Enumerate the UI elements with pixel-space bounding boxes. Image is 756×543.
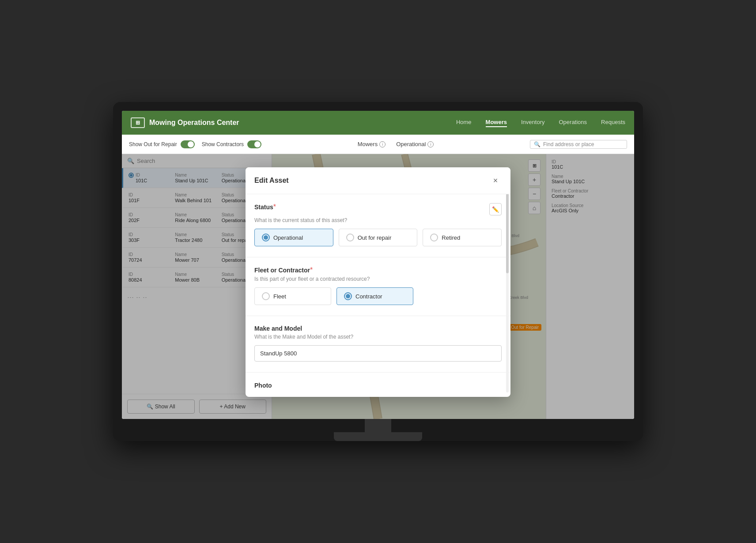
- modal-overlay[interactable]: Edit Asset × Status*: [122, 154, 634, 419]
- fleet-radio-fleet: [262, 292, 270, 300]
- toggle-contractors-group: Show Contractors: [202, 140, 261, 148]
- status-subtitle: What is the current status of this asset…: [254, 217, 502, 223]
- toggle-repair-label: Show Out for Repair: [129, 141, 177, 147]
- status-retired-label: Retired: [442, 234, 460, 241]
- photo-section: Photo: [254, 381, 502, 389]
- fleet-section: Fleet or Contractor* Is this part of you…: [254, 266, 502, 305]
- toggle-contractors[interactable]: [247, 140, 261, 148]
- nav-inventory[interactable]: Inventory: [521, 119, 544, 127]
- fleet-option-fleet[interactable]: Fleet: [254, 287, 331, 305]
- section-divider-1: [246, 257, 510, 257]
- section-divider-3: [246, 372, 510, 373]
- monitor-stand: [122, 419, 634, 441]
- status-operational-label: Operational: [273, 234, 303, 241]
- toggle-repair-group: Show Out for Repair: [129, 140, 195, 148]
- modal-scrollbar: [506, 194, 509, 392]
- fleet-fleet-label: Fleet: [273, 293, 286, 300]
- status-option-out-for-repair[interactable]: Out for repair: [339, 229, 418, 246]
- top-nav: ⊞ Mowing Operations Center Home Mowers I…: [122, 111, 634, 135]
- app-title: Mowing Operations Center: [149, 119, 239, 127]
- modal-scrollbar-thumb: [506, 194, 509, 273]
- status-section: Status* ✏️ What is the current status of…: [254, 203, 502, 246]
- modal-title: Edit Asset: [254, 177, 289, 185]
- nav-operations[interactable]: Operations: [559, 119, 587, 127]
- make-model-header: Make and Model: [254, 325, 502, 332]
- toggle-contractors-label: Show Contractors: [202, 141, 244, 147]
- make-model-title: Make and Model: [254, 325, 302, 332]
- section-divider-2: [246, 316, 510, 316]
- modal-body: Status* ✏️ What is the current status of…: [246, 194, 510, 397]
- make-model-subtitle: What is the Make and Model of the asset?: [254, 334, 502, 340]
- operational-info-icon[interactable]: i: [427, 141, 434, 147]
- status-out-for-repair-label: Out for repair: [358, 234, 392, 241]
- main-area: 🔍 Search ID 101C: [122, 154, 634, 419]
- nav-mowers[interactable]: Mowers: [486, 119, 507, 127]
- address-search-placeholder: Find address or place: [543, 141, 594, 147]
- fleet-radio-group: Fleet Contractor: [254, 287, 413, 305]
- fleet-subtitle: Is this part of your fleet or a contract…: [254, 276, 502, 282]
- make-model-section: Make and Model What is the Make and Mode…: [254, 325, 502, 362]
- modal-header: Edit Asset ×: [246, 167, 510, 194]
- status-radio-group: Operational Out for repair Retired: [254, 229, 502, 246]
- mowers-info-icon[interactable]: i: [379, 141, 386, 147]
- status-radio-operational: [262, 234, 270, 241]
- fleet-section-header: Fleet or Contractor*: [254, 266, 502, 274]
- status-option-retired[interactable]: Retired: [423, 229, 502, 246]
- status-required-star: *: [273, 203, 276, 211]
- logo-icon: ⊞: [131, 117, 145, 128]
- address-search-icon: 🔍: [534, 141, 541, 147]
- photo-title: Photo: [254, 382, 272, 389]
- sub-bar-center: Mowers i Operational i: [268, 141, 523, 147]
- fleet-radio-contractor: [344, 292, 352, 300]
- toggle-repair[interactable]: [181, 140, 195, 148]
- fleet-required-star: *: [310, 266, 313, 274]
- fleet-option-contractor[interactable]: Contractor: [336, 287, 413, 305]
- tab-mowers[interactable]: Mowers i: [358, 141, 386, 147]
- screen: ⊞ Mowing Operations Center Home Mowers I…: [122, 111, 634, 419]
- status-radio-retired: [430, 234, 438, 241]
- address-search[interactable]: 🔍 Find address or place: [530, 140, 627, 149]
- nav-home[interactable]: Home: [456, 119, 472, 127]
- status-edit-button[interactable]: ✏️: [489, 203, 502, 215]
- fleet-contractor-label: Contractor: [355, 293, 382, 300]
- tab-operational[interactable]: Operational i: [396, 141, 434, 147]
- stand-neck: [365, 419, 391, 432]
- edit-asset-modal: Edit Asset × Status*: [246, 167, 510, 397]
- make-model-input[interactable]: [254, 345, 502, 362]
- stand-base: [334, 432, 422, 441]
- sub-bar: Show Out for Repair Show Contractors Mow…: [122, 135, 634, 154]
- status-radio-out-for-repair: [346, 234, 354, 241]
- app-logo: ⊞ Mowing Operations Center: [131, 117, 456, 128]
- status-title: Status: [254, 204, 273, 211]
- status-option-operational[interactable]: Operational: [254, 229, 333, 246]
- status-section-header: Status* ✏️: [254, 203, 502, 215]
- modal-close-button[interactable]: ×: [489, 174, 502, 187]
- nav-links: Home Mowers Inventory Operations Request…: [456, 119, 625, 127]
- fleet-title: Fleet or Contractor: [254, 267, 310, 274]
- nav-requests[interactable]: Requests: [601, 119, 625, 127]
